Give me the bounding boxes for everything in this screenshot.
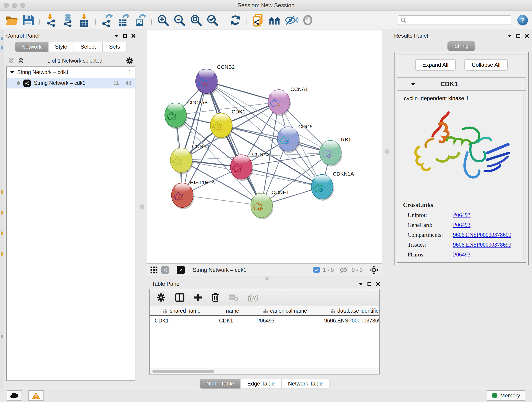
- help-button[interactable]: ?: [517, 15, 528, 26]
- protein-entry-header[interactable]: CDK1: [397, 78, 526, 91]
- network-node-RB1[interactable]: RB1: [320, 137, 351, 166]
- collapse-panel-icon[interactable]: [359, 283, 363, 285]
- protein-name: CDK1: [440, 80, 458, 88]
- network-edge-CCNB2-HIST1H1A[interactable]: [182, 81, 206, 195]
- right-splitter-handle[interactable]: [385, 149, 389, 154]
- footer-separator: [173, 265, 173, 274]
- network-canvas[interactable]: CCNB2CCNA1CDC25BCDK1CDC6RB1CCNB1CCNA2CDK…: [147, 30, 382, 263]
- table-settings-gear-icon[interactable]: [157, 293, 166, 302]
- zoom-selected-button[interactable]: [205, 13, 220, 28]
- export-network-button[interactable]: [99, 13, 114, 28]
- float-panel-icon[interactable]: [516, 34, 520, 38]
- network-node-CDC6[interactable]: CDC6: [278, 123, 312, 153]
- network-overview-icon[interactable]: [161, 266, 169, 274]
- column-header-name[interactable]: name: [214, 306, 251, 315]
- tab-style[interactable]: Style: [48, 42, 74, 52]
- close-panel-icon[interactable]: [132, 34, 135, 38]
- table-cell[interactable]: CDK1: [150, 316, 214, 326]
- delete-column-trash-icon[interactable]: [211, 293, 219, 302]
- tab-select[interactable]: Select: [74, 42, 102, 52]
- network-row[interactable]: String Network – cdk1 11 48: [7, 78, 135, 89]
- network-edge-CCNB2-CCNE1[interactable]: [206, 81, 261, 205]
- collapse-panel-icon[interactable]: [508, 35, 512, 37]
- horizontal-splitter-handle[interactable]: [265, 277, 269, 280]
- save-session-button[interactable]: [21, 13, 36, 28]
- show-columns-icon[interactable]: [175, 293, 184, 302]
- network-collection-row[interactable]: String Network – cdk1 1: [7, 67, 135, 78]
- first-neighbors-button[interactable]: [267, 13, 282, 28]
- hide-selected-button[interactable]: [284, 13, 299, 28]
- network-node-CCNA1[interactable]: CCNA1: [268, 86, 308, 116]
- expand-all-icon[interactable]: [18, 58, 24, 64]
- network-node-CDKN1A[interactable]: CDKN1A: [311, 171, 354, 201]
- collapse-panel-icon[interactable]: [114, 35, 119, 37]
- import-network-database-button[interactable]: [60, 13, 75, 28]
- close-panel-icon[interactable]: [376, 282, 380, 286]
- zoom-fit-button[interactable]: [188, 13, 203, 28]
- close-window-button[interactable]: [4, 3, 9, 8]
- results-tab-string[interactable]: String: [447, 41, 476, 51]
- table-horizontal-scrollbar[interactable]: [150, 369, 380, 374]
- network-edge-HIST1H1A-CCNE1[interactable]: [182, 195, 262, 206]
- tab-sets[interactable]: Sets: [102, 42, 127, 52]
- crosslink-value-link[interactable]: P06493: [453, 251, 470, 258]
- detach-view-button[interactable]: [177, 266, 185, 274]
- zoom-out-button[interactable]: [172, 13, 187, 28]
- crosslink-value-link[interactable]: 9606.ENSP00000378699: [453, 232, 511, 238]
- collapse-all-icon[interactable]: [8, 58, 14, 64]
- tab-edge-table[interactable]: Edge Table: [241, 379, 281, 389]
- zoom-in-button[interactable]: [155, 13, 171, 28]
- status-bar: Memory: [0, 389, 532, 402]
- selected-items-checkbox[interactable]: [313, 267, 320, 273]
- left-splitter[interactable]: [137, 30, 147, 389]
- column-header-canonical-name[interactable]: canonical name: [251, 306, 319, 315]
- export-table-button[interactable]: [116, 13, 131, 28]
- network-node-CCNB1[interactable]: CCNB1: [171, 143, 210, 174]
- import-network-file-button[interactable]: [44, 13, 59, 28]
- network-node-CDK1[interactable]: CDK1: [210, 109, 245, 139]
- crosslink-value-link[interactable]: P06493: [453, 212, 470, 218]
- crosslink-value-link[interactable]: 9606.ENSP00000378699: [453, 242, 511, 248]
- entry-collapse-icon[interactable]: [411, 83, 415, 85]
- tab-network-table[interactable]: Network Table: [281, 379, 329, 389]
- fit-content-crosshair-icon[interactable]: [369, 265, 379, 275]
- zoom-window-button[interactable]: [20, 3, 25, 8]
- add-column-icon[interactable]: [194, 293, 202, 302]
- scrollbar-thumb[interactable]: [152, 370, 214, 373]
- copy-network-button[interactable]: [251, 13, 266, 28]
- network-options-gear-icon[interactable]: [126, 57, 133, 65]
- horizontal-splitter[interactable]: [147, 276, 382, 280]
- collapse-all-button[interactable]: Collapse All: [464, 59, 508, 70]
- left-splitter-handle[interactable]: [140, 204, 144, 210]
- memory-button[interactable]: Memory: [487, 390, 525, 401]
- float-panel-icon[interactable]: [123, 34, 127, 38]
- expand-all-button[interactable]: Expand All: [415, 59, 456, 70]
- network-edge-CDK1-RB1[interactable]: [221, 125, 330, 153]
- search-input[interactable]: [408, 17, 509, 23]
- tab-network[interactable]: Network: [15, 42, 48, 52]
- right-splitter[interactable]: [382, 30, 392, 389]
- network-node-CCNB2[interactable]: CCNB2: [196, 64, 234, 95]
- table-row[interactable]: CDK1CDK1P064939606.ENSP00000378699cyclin…: [150, 316, 380, 326]
- import-table-file-button[interactable]: [76, 13, 92, 28]
- column-header-shared-name[interactable]: shared name: [150, 306, 214, 315]
- table-cell[interactable]: 9606.ENSP00000378699: [319, 316, 380, 326]
- warnings-button[interactable]: [28, 390, 44, 401]
- grid-view-icon[interactable]: [150, 266, 158, 274]
- tree-expand-icon[interactable]: [10, 71, 14, 74]
- table-cell[interactable]: CDK1: [214, 316, 251, 326]
- column-header-database-identifier[interactable]: database identifier: [319, 306, 380, 315]
- refresh-icon: [229, 14, 241, 26]
- crosslink-value-link[interactable]: P06493: [453, 222, 470, 228]
- close-panel-icon[interactable]: [525, 34, 529, 38]
- refresh-view-button[interactable]: [228, 13, 243, 28]
- network-node-HIST1H1A[interactable]: HIST1H1A: [171, 179, 215, 209]
- tab-node-table[interactable]: Node Table: [200, 379, 241, 389]
- minimize-window-button[interactable]: [12, 3, 17, 8]
- table-cell[interactable]: P06493: [251, 316, 319, 326]
- open-session-button[interactable]: [4, 13, 19, 28]
- show-all-button[interactable]: [300, 13, 315, 28]
- float-panel-icon[interactable]: [367, 282, 371, 286]
- export-image-button[interactable]: [133, 13, 147, 28]
- cloud-status-button[interactable]: [7, 390, 22, 401]
